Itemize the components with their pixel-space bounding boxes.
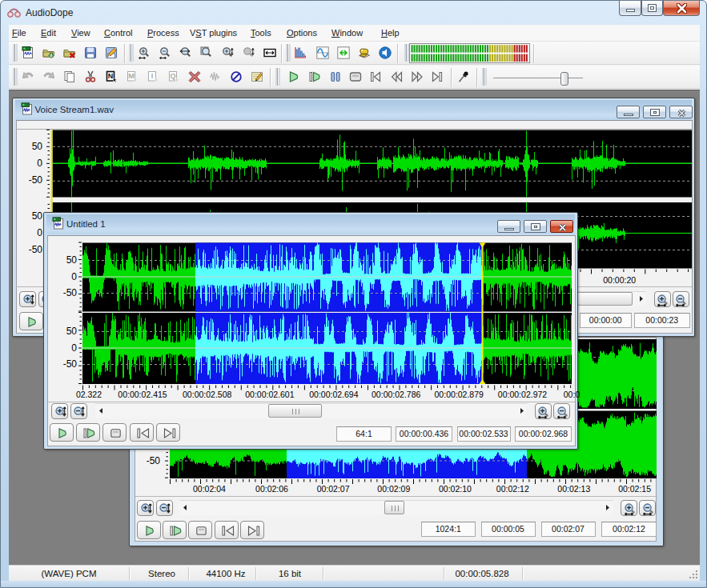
svg-text:Q: Q <box>170 72 175 80</box>
svg-text:N: N <box>108 72 114 80</box>
svg-text:I: I <box>151 72 154 80</box>
svg-text:M: M <box>128 72 135 80</box>
